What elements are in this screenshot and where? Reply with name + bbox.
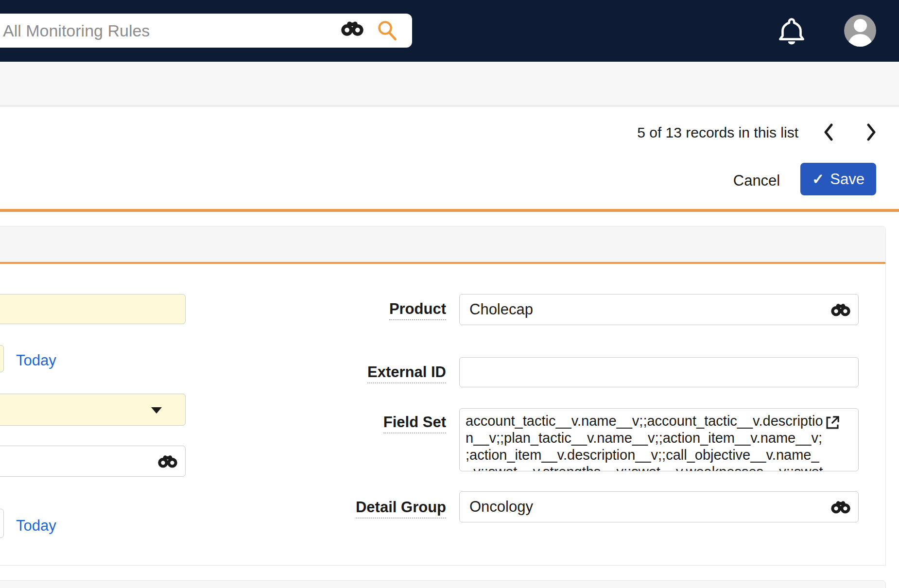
search-box[interactable]	[0, 14, 412, 48]
external-id-input[interactable]	[459, 357, 859, 387]
detail-group-field-value: Oncology	[469, 492, 533, 522]
product-field-value: Cholecap	[469, 294, 533, 325]
field-set-field-label: Field Set	[272, 414, 446, 431]
cancel-button[interactable]: Cancel	[725, 172, 788, 190]
previous-record-chevron-left-icon[interactable]	[819, 121, 838, 143]
search-icon[interactable]	[377, 20, 398, 43]
save-button-label: Save	[830, 171, 864, 188]
next-section-header-band	[0, 580, 886, 588]
save-button[interactable]: ✓ Save	[800, 163, 876, 195]
next-record-chevron-right-icon[interactable]	[862, 121, 881, 143]
date-field-first[interactable]	[0, 345, 4, 372]
picklist-dropdown[interactable]	[0, 394, 186, 426]
lookup-field-left[interactable]	[0, 446, 186, 477]
binoculars-lookup-icon[interactable]	[158, 454, 177, 470]
search-input[interactable]	[0, 14, 324, 48]
today-link-second[interactable]: Today	[16, 517, 56, 535]
detail-group-field-label: Detail Group	[272, 499, 446, 516]
product-lookup-field[interactable]: Cholecap	[459, 294, 859, 325]
avatar-head-shape	[854, 19, 867, 32]
top-navigation-bar	[0, 0, 899, 62]
external-id-field-label: External ID	[272, 363, 446, 381]
date-field-second[interactable]	[0, 509, 4, 538]
external-id-text-input[interactable]	[460, 358, 858, 387]
highlighted-text-field[interactable]	[0, 294, 186, 324]
orange-divider	[0, 209, 899, 212]
binoculars-lookup-icon[interactable]	[831, 500, 850, 516]
check-icon: ✓	[812, 171, 824, 188]
product-field-label: Product	[272, 300, 446, 318]
sub-header-bar	[0, 62, 899, 107]
record-position-text: 5 of 13 records in this list	[583, 124, 798, 141]
notifications-bell-icon[interactable]	[778, 17, 805, 45]
today-link-first[interactable]: Today	[16, 352, 56, 369]
binoculars-lookup-icon[interactable]	[341, 20, 363, 38]
chevron-down-icon	[151, 407, 162, 414]
avatar-torso-shape	[848, 34, 872, 47]
detail-group-lookup-field[interactable]: Oncology	[459, 491, 859, 522]
expand-external-link-icon[interactable]	[823, 414, 842, 432]
field-set-textarea[interactable]: account_tactic__v.name__v;;account_tacti…	[459, 408, 859, 471]
field-set-value: account_tactic__v.name__v;;account_tacti…	[466, 413, 854, 471]
user-avatar[interactable]	[844, 15, 876, 47]
binoculars-lookup-icon[interactable]	[831, 302, 850, 319]
section-header-band	[0, 226, 885, 264]
